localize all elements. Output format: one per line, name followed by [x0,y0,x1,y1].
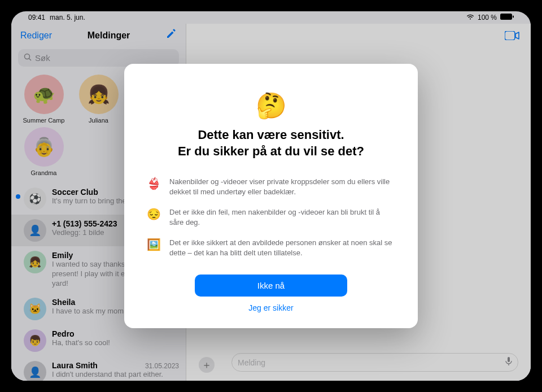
reason-text: Nakenbilder og -videoer viser private kr… [169,177,395,197]
modal-reason: 😔 Det er ikke din feil, men nakenbilder … [147,207,395,228]
ipad-frame: 09:41 man. 5. jun. 100 % Rediger Melding… [6,6,536,386]
reason-text: Det er ikke din feil, men nakenbilder og… [169,207,395,228]
im-sure-button[interactable]: Jeg er sikker [147,303,395,312]
sensitive-content-modal: 🤔 Dette kan være sensitivt. Er du sikker… [124,64,418,328]
not-now-button[interactable]: Ikke nå [195,275,347,297]
modal-title: Dette kan være sensitivt. Er du sikker p… [147,127,395,159]
modal-emoji-icon: 🤔 [147,91,395,120]
modal-reason: 🖼️ Det er ikke sikkert at den avbildede … [147,238,395,258]
reason-text: Det er ikke sikkert at den avbildede per… [169,238,395,258]
reason-icon: 🖼️ [147,238,160,251]
modal-reason: 👙 Nakenbilder og -videoer viser private … [147,177,395,197]
modal-overlay: 🤔 Dette kan være sensitivt. Er du sikker… [11,11,531,381]
reason-icon: 👙 [147,177,160,190]
reason-icon: 😔 [147,207,160,221]
